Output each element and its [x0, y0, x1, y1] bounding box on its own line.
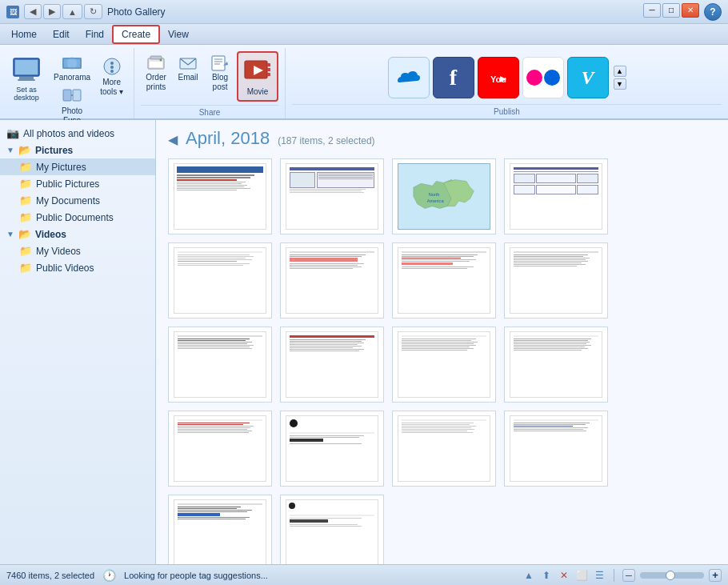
photo-thumb-15[interactable]	[392, 411, 496, 487]
svg-text:America: America	[427, 198, 445, 203]
sidebar-videos-header[interactable]: ▼ 📂 Videos	[0, 226, 155, 242]
share-buttons: Orderprints Email Blogpost Movie	[141, 48, 278, 105]
svg-point-21	[160, 59, 162, 62]
photo-thumb-8[interactable]	[504, 242, 608, 319]
svg-rect-3	[15, 60, 38, 74]
public-videos-icon: 📁	[19, 262, 32, 274]
back-button[interactable]: ◀	[24, 4, 42, 19]
menu-home[interactable]: Home	[3, 26, 45, 42]
my-videos-label: My Videos	[36, 246, 81, 257]
my-pictures-label: My Pictures	[36, 162, 86, 173]
photo-thumb-10[interactable]	[280, 327, 384, 403]
sidebar-my-pictures[interactable]: 📁 My Pictures	[0, 158, 155, 175]
refresh-button[interactable]: ↻	[84, 4, 102, 19]
photo-thumb-6[interactable]: →	[280, 242, 384, 319]
my-pictures-icon: 📁	[19, 161, 32, 173]
zoom-out-button[interactable]: ─	[622, 569, 635, 582]
videos-label: Videos	[35, 229, 66, 240]
photo-thumb-7[interactable]	[392, 242, 496, 319]
menu-bar: Home Edit Find Create View	[0, 24, 728, 45]
sidebar-pictures-header[interactable]: ▼ 📂 Pictures	[0, 142, 155, 158]
pictures-label: Pictures	[35, 145, 73, 156]
main-area: 📷 All photos and videos ▼ 📂 Pictures 📁 M…	[0, 120, 728, 564]
up-button[interactable]: ▲	[62, 4, 82, 19]
svg-point-16	[110, 66, 114, 69]
all-photos-label: All photos and videos	[23, 128, 114, 139]
sidebar-my-videos[interactable]: 📁 My Videos	[0, 242, 155, 259]
photo-grid: North America	[168, 158, 716, 564]
sidebar: 📷 All photos and videos ▼ 📂 Pictures 📁 M…	[0, 120, 156, 564]
photo-thumb-12[interactable]	[504, 327, 608, 403]
my-videos-icon: 📁	[19, 245, 32, 257]
flickr-button[interactable]	[522, 57, 564, 98]
zoom-in-button[interactable]: +	[709, 569, 722, 582]
youtube-button[interactable]: You	[478, 57, 519, 98]
photo-thumb-1[interactable]	[168, 158, 272, 234]
photo-thumb-17[interactable]	[168, 495, 272, 564]
photo-thumb-9[interactable]	[168, 327, 272, 403]
email-label: Email	[178, 73, 198, 82]
status-icon-5[interactable]: ☰	[593, 569, 606, 582]
photo-thumb-3[interactable]: North America	[392, 158, 496, 234]
my-documents-icon: 📁	[19, 194, 32, 206]
movie-button[interactable]: Movie	[237, 51, 278, 102]
zoom-slider[interactable]	[640, 572, 704, 579]
item-count: 7460 items, 2 selected	[6, 571, 94, 580]
tag-suggestions-label: Looking for people tag suggestions...	[124, 571, 268, 580]
sidebar-public-documents[interactable]: 📁 Public Documents	[0, 209, 155, 226]
ribbon: Set asdesktop Panorama PhotoFuse	[0, 45, 728, 120]
help-button[interactable]: ?	[704, 3, 722, 21]
svg-rect-23	[212, 56, 225, 70]
onedrive-button[interactable]	[388, 57, 430, 98]
svg-point-17	[110, 70, 114, 73]
set-desktop-button[interactable]: Set asdesktop	[6, 53, 48, 110]
content-subtitle: (187 items, 2 selected)	[278, 135, 374, 146]
photo-thumb-14[interactable]	[280, 411, 384, 487]
status-bar: 7460 items, 2 selected 🕐 Looking for peo…	[0, 564, 728, 585]
status-icon-1[interactable]: ▲	[522, 569, 535, 582]
svg-rect-30	[267, 68, 270, 71]
svg-rect-7	[63, 90, 71, 101]
blog-post-button[interactable]: Blogpost	[205, 51, 235, 94]
sidebar-public-pictures[interactable]: 📁 Public Pictures	[0, 175, 155, 192]
nav-buttons: ◀ ▶ ▲ ↻	[24, 4, 102, 19]
status-icon-2[interactable]: ⬆	[540, 569, 553, 582]
minimize-button[interactable]: ─	[643, 3, 661, 18]
maximize-button[interactable]: □	[662, 3, 680, 18]
menu-find[interactable]: Find	[78, 26, 112, 42]
photo-thumb-16[interactable]	[504, 411, 608, 487]
zoom-thumb[interactable]	[666, 571, 675, 580]
sidebar-my-documents[interactable]: 📁 My Documents	[0, 192, 155, 209]
movie-label: Movie	[247, 87, 269, 97]
photo-thumb-18[interactable]	[280, 495, 384, 564]
panorama-button[interactable]: Panorama	[50, 51, 94, 85]
order-prints-button[interactable]: Orderprints	[141, 51, 171, 94]
menu-edit[interactable]: Edit	[45, 26, 78, 42]
facebook-button[interactable]: f	[433, 57, 474, 98]
publish-scroll-up[interactable]: ▲	[614, 66, 626, 77]
sidebar-all-photos[interactable]: 📷 All photos and videos	[0, 125, 155, 142]
menu-create[interactable]: Create	[112, 25, 160, 44]
people-tag-icon: 🕐	[102, 569, 116, 582]
status-icon-4[interactable]: ⬜	[575, 569, 588, 582]
photo-thumb-11[interactable]	[392, 327, 496, 403]
svg-point-15	[110, 62, 114, 65]
email-button[interactable]: Email	[173, 51, 203, 85]
status-left: 7460 items, 2 selected 🕐 Looking for peo…	[6, 569, 268, 582]
photo-thumb-2[interactable]	[280, 158, 384, 234]
close-button[interactable]: ✕	[682, 3, 699, 18]
photo-thumb-5[interactable]	[168, 242, 272, 319]
photo-thumb-4[interactable]	[504, 158, 608, 234]
status-icon-3[interactable]: ✕	[558, 569, 570, 582]
sidebar-public-videos[interactable]: 📁 Public Videos	[0, 259, 155, 276]
photo-thumb-13[interactable]	[168, 411, 272, 487]
more-tools-button[interactable]: Moretools ▾	[96, 53, 127, 99]
vimeo-button[interactable]: V	[567, 57, 609, 98]
svg-rect-8	[73, 90, 81, 101]
content-area[interactable]: ◀ April, 2018 (187 items, 2 selected)	[156, 120, 728, 564]
forward-button[interactable]: ▶	[43, 4, 61, 19]
status-right: ▲ ⬆ ✕ ⬜ ☰ ─ +	[522, 569, 722, 582]
menu-view[interactable]: View	[160, 26, 197, 42]
publish-scroll-down[interactable]: ▼	[614, 78, 626, 90]
window-controls: ─ □ ✕ ?	[643, 3, 722, 21]
